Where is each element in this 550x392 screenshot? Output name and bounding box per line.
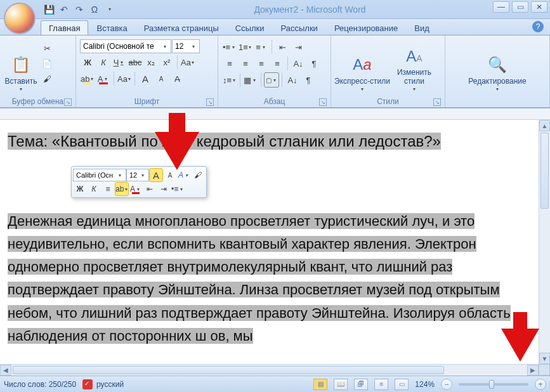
mini-toolbar: Calibri (Осн▾ 12▾ A A A▾ 🖌 Ж К ≡ ab▾ A▾ …: [71, 166, 207, 198]
shading-button[interactable]: ▦▾: [243, 72, 258, 88]
doc-heading[interactable]: Тема: «Квантовый по лой: кедровый стлани…: [8, 133, 441, 150]
shrink-font-button[interactable]: A: [154, 71, 169, 86]
redo-button[interactable]: ↷: [72, 3, 86, 16]
quick-styles-button[interactable]: Aa Экспресс-стили▾: [334, 37, 391, 94]
maximize-button[interactable]: ▭: [512, 1, 528, 13]
grow-font-button[interactable]: A: [138, 71, 153, 86]
align-justify-button[interactable]: ≡: [270, 56, 285, 71]
font-launcher[interactable]: ↘: [206, 98, 214, 106]
paste-button[interactable]: 📋 Вставить ▾: [3, 37, 39, 94]
borders-button[interactable]: ▢▾: [264, 72, 279, 88]
zoom-in-button[interactable]: +: [535, 379, 546, 390]
indent-button[interactable]: ⇥: [291, 39, 306, 55]
mini-dedent[interactable]: ⇤: [143, 182, 157, 196]
tab-insert[interactable]: Вставка: [88, 20, 135, 35]
tab-mailings[interactable]: Рассылки: [273, 20, 326, 35]
mini-font-size[interactable]: 12▾: [126, 169, 149, 181]
strike-button[interactable]: abc: [128, 55, 143, 70]
show-marks-button[interactable]: ¶: [306, 56, 322, 71]
mini-center[interactable]: ≡: [101, 182, 115, 196]
highlight-button[interactable]: ab▾: [80, 71, 95, 86]
case-button[interactable]: Aa▾: [117, 71, 132, 86]
zoom-out-button[interactable]: −: [441, 379, 452, 390]
mini-bullets[interactable]: •≡▾: [171, 182, 185, 196]
marks2-button[interactable]: ¶: [301, 72, 316, 88]
undo-button[interactable]: ↶: [57, 3, 71, 16]
mini-italic[interactable]: К: [87, 182, 101, 196]
align-left-button[interactable]: ≡: [222, 56, 237, 71]
save-button[interactable]: 💾: [42, 3, 56, 16]
copy-button[interactable]: 📄: [39, 56, 55, 71]
scroll-right-button[interactable]: ▶: [527, 365, 539, 376]
underline-button[interactable]: Ч▾: [112, 55, 127, 70]
word-count[interactable]: Число слов: 250/250: [4, 380, 76, 389]
tab-layout[interactable]: Разметка страницы: [136, 20, 227, 35]
font-size-combo[interactable]: 12▾: [172, 39, 200, 53]
zoom-level[interactable]: 124%: [415, 380, 435, 389]
language-label: русский: [96, 380, 124, 389]
dedent-button[interactable]: ⇤: [275, 39, 290, 55]
zoom-knob[interactable]: [489, 380, 494, 389]
font-name-value: Calibri (Основной те: [83, 42, 154, 51]
multilevel-button[interactable]: ≡▾: [254, 39, 269, 55]
doc-paragraph[interactable]: Денежная единица многопланово просветляе…: [8, 213, 511, 344]
clipboard-launcher[interactable]: ↘: [64, 98, 72, 106]
mini-indent[interactable]: ⇥: [157, 182, 171, 196]
change-case-button[interactable]: Aa▾: [180, 55, 195, 70]
scroll-left-button[interactable]: ◀: [0, 365, 11, 376]
view-draft[interactable]: ▭: [395, 379, 409, 390]
clear-format-button[interactable]: A̶: [169, 71, 185, 86]
paragraph-launcher[interactable]: ↘: [319, 98, 327, 106]
mini-font-color[interactable]: A▾: [129, 182, 143, 196]
view-web[interactable]: 🗐: [354, 379, 368, 390]
bullets-button[interactable]: •≡▾: [222, 39, 237, 55]
format-painter-button[interactable]: 🖌: [39, 71, 55, 86]
change-styles-button[interactable]: AA Изменить стили▾: [391, 37, 438, 94]
language-status[interactable]: русский: [82, 379, 124, 389]
horizontal-scrollbar[interactable]: ◀ ▶: [0, 364, 539, 376]
italic-button[interactable]: К: [96, 55, 111, 70]
hscroll-thumb[interactable]: [13, 366, 444, 374]
editing-button[interactable]: 🔍 Редактирование▾: [448, 37, 547, 94]
vertical-scrollbar[interactable]: ▲ ▼: [539, 120, 550, 364]
sort2-button[interactable]: A↓: [285, 72, 300, 88]
mini-font-name[interactable]: Calibri (Осн▾: [73, 169, 126, 181]
symbol-button[interactable]: Ω: [88, 3, 101, 16]
styles-launcher[interactable]: ↘: [433, 98, 441, 106]
view-full-read[interactable]: 📖: [334, 379, 348, 390]
zoom-slider[interactable]: [459, 383, 528, 386]
tab-review[interactable]: Рецензирование: [326, 20, 406, 35]
mini-shrink-font[interactable]: A: [163, 168, 177, 182]
document-body[interactable]: Тема: «Квантовый по лой: кедровый стлани…: [0, 120, 539, 364]
tab-home[interactable]: Главная: [41, 20, 88, 35]
view-outline[interactable]: ≡: [374, 379, 388, 390]
scroll-down-button[interactable]: ▼: [539, 353, 550, 364]
align-center-button[interactable]: ≡: [238, 56, 253, 71]
qat-customize[interactable]: ▾: [103, 3, 117, 16]
line-spacing-button[interactable]: ↕≡▾: [222, 72, 237, 88]
minimize-button[interactable]: —: [493, 1, 509, 13]
superscript-button[interactable]: x²: [159, 55, 174, 70]
mini-styles[interactable]: A▾: [177, 168, 191, 182]
office-button[interactable]: [4, 3, 36, 34]
bold-button[interactable]: Ж: [80, 55, 95, 70]
font-color-button[interactable]: A▾: [96, 71, 111, 86]
close-button[interactable]: ✕: [531, 1, 547, 13]
mini-grow-font[interactable]: A: [149, 168, 163, 182]
mini-format-painter[interactable]: 🖌: [191, 168, 205, 182]
help-button[interactable]: ?: [532, 21, 544, 32]
numbering-button[interactable]: 1≡▾: [238, 39, 253, 55]
horizontal-ruler[interactable]: [0, 108, 550, 120]
view-print-layout[interactable]: ▤: [313, 379, 327, 390]
mini-highlight[interactable]: ab▾: [115, 182, 129, 196]
cut-button[interactable]: ✂: [39, 41, 55, 56]
tab-references[interactable]: Ссылки: [227, 20, 273, 35]
font-name-combo[interactable]: Calibri (Основной те▾: [80, 39, 171, 53]
sort-button[interactable]: A↓: [291, 56, 306, 71]
align-right-button[interactable]: ≡: [254, 56, 269, 71]
tab-view[interactable]: Вид: [406, 20, 438, 35]
subscript-button[interactable]: x₂: [143, 55, 159, 70]
mini-bold[interactable]: Ж: [73, 182, 87, 196]
scroll-up-button[interactable]: ▲: [539, 120, 550, 131]
vscroll-thumb[interactable]: [540, 133, 549, 209]
